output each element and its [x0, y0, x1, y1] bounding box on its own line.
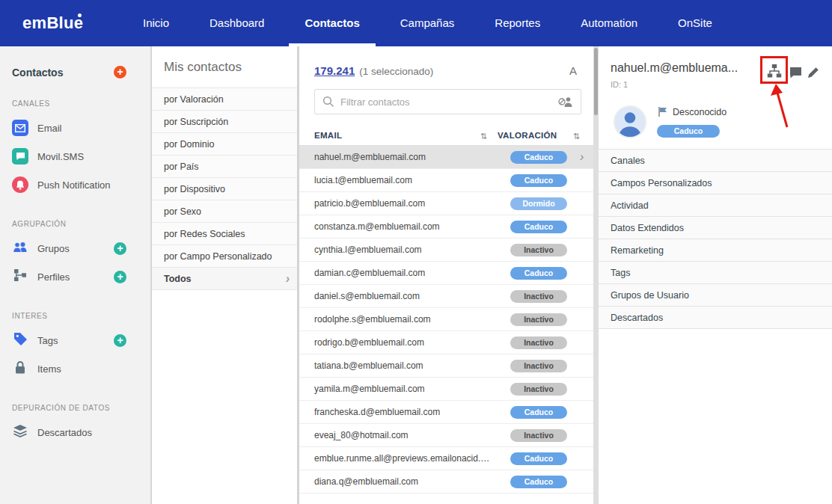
filter-item-suscripcion[interactable]: por Suscripción: [152, 111, 297, 133]
section-label-interes: INTERES: [12, 312, 138, 320]
filter-item-dispositivo[interactable]: por Dispositivo: [152, 178, 297, 200]
flag-icon: [657, 106, 668, 117]
add-tag-button[interactable]: [114, 334, 126, 347]
sidebar-item-descartados[interactable]: Descartados: [0, 418, 150, 446]
sidebar: Contactos CANALES Email Movil.SMS Push N…: [0, 46, 151, 504]
nav-item-contactos[interactable]: Contactos: [284, 0, 379, 46]
groups-icon: [12, 240, 28, 256]
add-group-button[interactable]: [114, 242, 126, 255]
nav-item-inicio[interactable]: Inicio: [123, 0, 189, 46]
sitemap-icon[interactable]: [766, 63, 783, 79]
column-header-valoracion[interactable]: VALORACIÓN: [498, 129, 580, 142]
scrollbar-thumb[interactable]: [594, 48, 598, 115]
contact-email: constanza.m@embluemail.com: [314, 221, 498, 232]
table-row[interactable]: damian.c@embluemail.com Caduco: [299, 262, 593, 285]
accordion-item-grupos-de-usuario[interactable]: Grupos de Usuario: [599, 284, 832, 307]
filter-item-redes-sociales[interactable]: por Redes Sociales: [152, 223, 297, 245]
contact-email: yamila.m@embluemail.com: [314, 384, 498, 394]
sort-icon: [480, 129, 487, 142]
contact-title: nahuel.m@embluema...: [611, 61, 760, 75]
nav-item-automation[interactable]: Automation: [560, 0, 658, 46]
contact-email: francheska.d@embluemail.com: [314, 407, 498, 417]
sidebar-item-movil-sms[interactable]: Movil.SMS: [0, 142, 150, 170]
chat-bubble-icon[interactable]: [787, 64, 804, 81]
sidebar-item-grupos[interactable]: Grupos: [0, 234, 150, 262]
status-badge: Inactivo: [510, 429, 567, 442]
accordion-item-remarketing[interactable]: Remarketing: [599, 239, 832, 262]
person-filter-icon[interactable]: [558, 96, 573, 108]
status-badge: Dormido: [510, 197, 567, 210]
accordion-item-descartados[interactable]: Descartados: [599, 307, 832, 329]
table-row[interactable]: francheska.d@embluemail.com Caduco: [299, 401, 593, 424]
lock-icon: [14, 360, 26, 378]
accordion-item-tags[interactable]: Tags: [599, 262, 832, 284]
pencil-icon[interactable]: [805, 64, 822, 81]
nav-item-dashboard[interactable]: Dashboard: [189, 0, 284, 46]
status-badge: Inactivo: [510, 313, 567, 326]
status-badge: Inactivo: [510, 244, 567, 256]
alpha-sort-control[interactable]: A: [569, 64, 577, 77]
chevron-right-icon: [286, 273, 290, 285]
tag-icon: [13, 332, 28, 349]
status-badge: Inactivo: [510, 336, 567, 349]
search-input[interactable]: [340, 96, 558, 108]
contact-email: damian.c@embluemail.com: [314, 268, 498, 278]
filter-item-dominio[interactable]: por Dominio: [152, 133, 297, 156]
table-row[interactable]: yamila.m@embluemail.com Inactivo: [299, 378, 593, 401]
filters-panel: Mis contactos por Valoración por Suscrip…: [152, 46, 297, 504]
table-row[interactable]: rodolphe.s@embluemail.com Inactivo: [299, 308, 593, 331]
table-row[interactable]: daniel.s@embluemail.com Inactivo: [299, 285, 593, 308]
table-row[interactable]: tatiana.b@embluemail.com Inactivo: [299, 354, 593, 378]
country-label: Desconocido: [673, 107, 727, 117]
filter-item-todos[interactable]: Todos: [152, 268, 297, 290]
status-badge: Caduco: [510, 221, 567, 233]
table-row[interactable]: emblue.runme.all@previews.emailonacid.co…: [299, 447, 593, 470]
nav-item-reportes[interactable]: Reportes: [474, 0, 560, 46]
column-header-email[interactable]: EMAIL: [314, 129, 498, 142]
contact-email: emblue.runme.all@previews.emailonacid.co…: [314, 453, 498, 464]
email-icon: [12, 120, 28, 136]
table-row[interactable]: constanza.m@embluemail.com Caduco: [299, 215, 593, 239]
filter-item-sexo[interactable]: por Sexo: [152, 200, 297, 223]
filters-title: Mis contactos: [152, 46, 297, 88]
table-row[interactable]: cynthia.l@embluemail.com Inactivo: [299, 239, 593, 262]
accordion-item-datos-extendidos[interactable]: Datos Extendidos: [599, 217, 832, 239]
accordion-item-canales[interactable]: Canales: [599, 150, 832, 172]
sidebar-item-push-notification[interactable]: Push Notification: [0, 170, 150, 199]
status-badge: Caduco: [657, 125, 720, 138]
selected-count-label: (1 seleccionado): [359, 66, 433, 77]
sidebar-item-tags[interactable]: Tags: [0, 326, 150, 354]
filter-item-valoracion[interactable]: por Valoración: [152, 88, 297, 111]
contact-email: lucia.t@embluemail.com: [314, 175, 498, 185]
avatar: [614, 105, 646, 138]
add-profile-button[interactable]: [114, 271, 126, 283]
table-row[interactable]: eveaj_80@hotmail.com Inactivo: [299, 424, 593, 447]
table-row[interactable]: nahuel.m@embluemail.com Caduco: [299, 146, 593, 169]
accordion-item-campos-personalizados[interactable]: Campos Personalizados: [599, 172, 832, 194]
add-contact-button[interactable]: [114, 66, 126, 79]
sidebar-item-items[interactable]: Items: [0, 354, 150, 383]
vertical-scrollbar[interactable]: [593, 46, 599, 504]
table-row[interactable]: diana.q@embluemail.com Caduco: [299, 470, 593, 494]
sidebar-item-perfiles[interactable]: Perfiles: [0, 262, 150, 291]
filter-item-campo-personalizado[interactable]: por Campo Personalizado: [152, 245, 297, 268]
search-icon: [322, 96, 334, 108]
accordion-item-actividad[interactable]: Actividad: [599, 194, 832, 217]
brand-logo[interactable]: emBlue: [22, 13, 105, 33]
layers-icon: [13, 424, 28, 440]
emblue-app: emBlue Inicio Dashboard Contactos Campañ…: [0, 0, 832, 504]
section-label-depuracion: DEPURACIÓN DE DATOS: [12, 404, 138, 412]
nav-item-onsite[interactable]: OnSite: [658, 0, 732, 46]
table-row[interactable]: rodrigo.b@embluemail.com Inactivo: [299, 331, 593, 354]
filter-item-pais[interactable]: por País: [152, 156, 297, 178]
country-row: Desconocido: [657, 106, 727, 117]
table-row[interactable]: patricio.b@embluemail.com Dormido: [299, 192, 593, 215]
sort-icon: [573, 129, 580, 142]
contact-email: cynthia.l@embluemail.com: [314, 245, 498, 255]
table-row[interactable]: lucia.t@embluemail.com Caduco: [299, 169, 593, 192]
sidebar-item-email[interactable]: Email: [0, 114, 150, 142]
profiles-icon: [13, 268, 27, 285]
nav-item-campanas[interactable]: Campañas: [380, 0, 475, 46]
contact-email: rodolphe.s@embluemail.com: [314, 314, 498, 325]
contacts-count-link[interactable]: 179.241: [314, 64, 355, 77]
